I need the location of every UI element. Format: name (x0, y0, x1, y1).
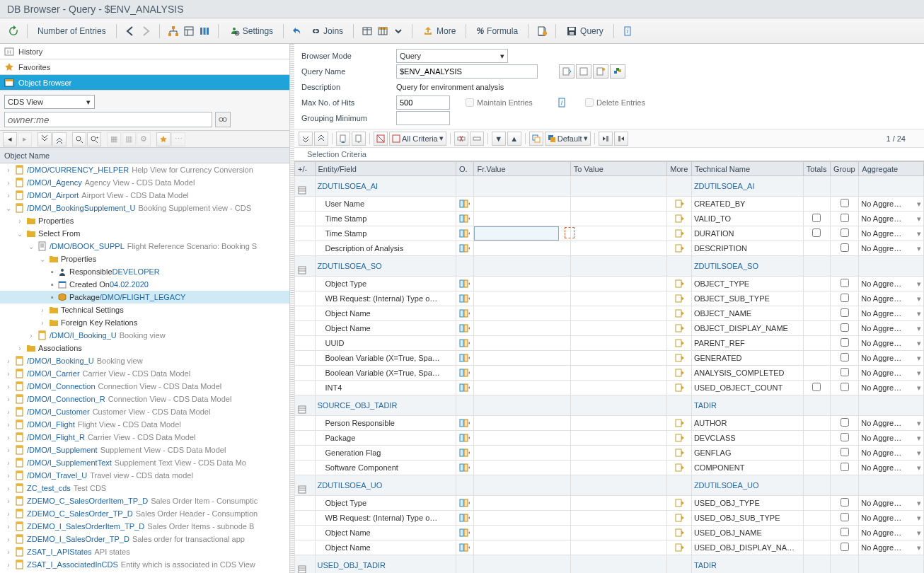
to-value-cell[interactable] (570, 197, 666, 212)
aggregate-select[interactable]: No Aggre…▾ (859, 291, 924, 306)
more-button[interactable] (667, 277, 692, 291)
tree-row[interactable]: ›/DMO/CURRENCY_HELPERHelp View for Curre… (0, 163, 289, 176)
to-value-cell[interactable] (570, 336, 666, 351)
tree-back-icon[interactable]: ◂ (3, 132, 17, 146)
tree-row[interactable]: ›ZC_test_cdsTest CDS (0, 482, 289, 494)
tree-row[interactable]: ›/DMO/I_Travel_UTravel view - CDS data m… (0, 469, 289, 482)
table-row[interactable]: USED_OBJ_TADIRTADIR (295, 555, 924, 574)
group-check[interactable] (831, 511, 859, 526)
to-value-cell[interactable] (570, 461, 666, 475)
aggregate-select[interactable]: No Aggre…▾ (859, 321, 924, 336)
from-value-cell[interactable] (474, 306, 570, 321)
from-value-cell[interactable] (474, 431, 570, 446)
option-button[interactable] (456, 431, 474, 446)
tree-row[interactable]: ›ZDEMO_I_SalesOrder_TP_DSales order for … (0, 533, 289, 545)
settings-button[interactable]: Settings (224, 24, 277, 38)
from-value-cell[interactable] (474, 446, 570, 461)
nav-forward-icon[interactable] (138, 24, 154, 38)
caret-icon[interactable]: › (4, 434, 13, 441)
to-value-cell[interactable] (570, 212, 666, 226)
table-row[interactable]: Object NameOBJECT_NAMENo Aggre…▾ (295, 306, 924, 321)
joins-button[interactable]: Joins (305, 24, 347, 38)
table-row[interactable]: User NameCREATED_BYNo Aggre…▾ (295, 197, 924, 212)
group-toggle[interactable] (295, 176, 316, 197)
to-value-cell[interactable] (570, 381, 666, 395)
table-row[interactable]: INT4USED_OBJECT_COUNTNo Aggre…▾ (295, 381, 924, 395)
to-value-cell[interactable] (570, 416, 666, 431)
number-of-entries-button[interactable]: Number of Entries (33, 25, 110, 37)
caret-icon[interactable]: › (4, 459, 13, 467)
col-to-value[interactable]: To Value (570, 162, 666, 176)
tree-row[interactable]: ›ZSAT_I_APIStatesAPI states (0, 545, 289, 558)
caret-icon[interactable]: › (4, 472, 13, 480)
tree-row[interactable]: ›/DMO/I_Connection_RConnection View - CD… (0, 393, 289, 405)
caret-icon[interactable]: › (4, 166, 13, 174)
tree-row[interactable]: ⌄Select From (0, 227, 289, 240)
from-value-cell[interactable] (474, 321, 570, 336)
to-value-cell[interactable] (570, 496, 666, 511)
nav-back-icon[interactable] (122, 24, 138, 38)
caret-icon[interactable]: › (4, 523, 13, 531)
table-row[interactable]: Object NameUSED_OBJ_DISPLAY_NA…No Aggre…… (295, 540, 924, 555)
col-pm[interactable]: +/- (295, 162, 316, 176)
cds-type-select[interactable]: CDS View ▾ (4, 95, 95, 109)
more-button[interactable] (667, 431, 692, 446)
totals-check[interactable] (803, 212, 830, 226)
default-button[interactable]: Default ▾ (545, 132, 591, 146)
sort-asc-icon[interactable]: ▲ (507, 132, 521, 146)
totals-check[interactable] (803, 197, 830, 212)
caret-icon[interactable]: › (4, 383, 13, 390)
query-name-input[interactable] (396, 64, 538, 79)
more-button[interactable] (667, 446, 692, 461)
group-check[interactable] (831, 526, 859, 540)
group-check[interactable] (831, 351, 859, 366)
to-value-cell[interactable] (570, 277, 666, 291)
option-button[interactable] (456, 540, 474, 555)
tree-row[interactable]: ›/DMO/I_Booking_UBooking view (0, 329, 289, 342)
more-button[interactable] (667, 366, 692, 381)
nav-history[interactable]: H History (0, 44, 289, 59)
option-button[interactable] (456, 306, 474, 321)
from-value-cell[interactable] (474, 241, 570, 256)
tree-row[interactable]: ›/DMO/I_CarrierCarrier View - CDS Data M… (0, 367, 289, 380)
tool2-icon[interactable]: ▥ (122, 132, 136, 146)
group-check[interactable] (831, 446, 859, 461)
group-toggle[interactable] (295, 555, 316, 574)
nav-object-browser[interactable]: Object Browser (0, 75, 289, 91)
caret-icon[interactable]: › (16, 217, 24, 225)
totals-check[interactable] (803, 366, 830, 381)
aggregate-select[interactable]: No Aggre…▾ (859, 277, 924, 291)
row-add-icon[interactable] (470, 132, 484, 146)
group-check[interactable] (831, 496, 859, 511)
info-icon[interactable]: i (620, 24, 635, 38)
tree-row[interactable]: ›/DMO/I_Booking_UBooking view (0, 354, 289, 367)
group-check[interactable] (831, 291, 859, 306)
totals-check[interactable] (803, 446, 830, 461)
from-value-cell[interactable] (474, 366, 570, 381)
expand-all-icon[interactable] (37, 132, 52, 146)
find-next-icon[interactable]: + (87, 132, 101, 146)
tree-row[interactable]: ›/DMO/I_AgencyAgency View - CDS Data Mod… (0, 176, 289, 189)
table-row[interactable]: Time StampVALID_TONo Aggre…▾ (295, 212, 924, 226)
tree-row[interactable]: ›/DMO/I_Flight_RCarrier View - CDS Data … (0, 431, 289, 444)
totals-check[interactable] (803, 306, 830, 321)
browser-mode-select[interactable]: Query▾ (396, 49, 508, 63)
caret-icon[interactable]: ⌄ (27, 243, 35, 250)
from-value-cell[interactable] (474, 212, 570, 226)
caret-icon[interactable]: › (4, 357, 13, 365)
chevron-down-icon[interactable] (391, 24, 406, 38)
table-row[interactable]: Object TypeUSED_OBJ_TYPENo Aggre…▾ (295, 496, 924, 511)
more-button[interactable] (667, 526, 692, 540)
owner-filter-input[interactable] (4, 112, 212, 127)
more-button[interactable] (667, 291, 692, 306)
caret-icon[interactable]: › (4, 370, 13, 378)
caret-icon[interactable]: › (4, 536, 13, 543)
sort-desc-icon[interactable]: ▼ (492, 132, 506, 146)
option-button[interactable] (456, 366, 474, 381)
copy-icon[interactable] (529, 132, 543, 146)
from-value-cell[interactable] (474, 277, 570, 291)
aggregate-select[interactable]: No Aggre…▾ (859, 416, 924, 431)
row-del-icon[interactable] (454, 132, 468, 146)
caret-icon[interactable]: › (16, 345, 24, 352)
tree-row[interactable]: ›ZDEMO_I_SalesOrderItem_TP_DSales Order … (0, 520, 289, 533)
